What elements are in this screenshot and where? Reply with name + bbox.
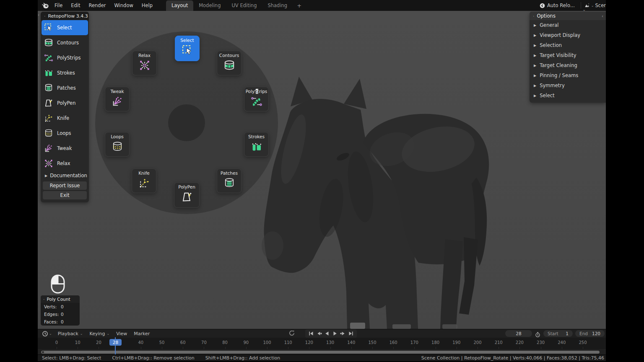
timeline-menu-marker[interactable]: Marker [130,331,153,336]
play-reverse-button[interactable] [324,331,330,336]
ruler-tick-80: 80 [222,340,228,345]
menu-help[interactable]: Help [138,0,157,11]
pie-item-strokes[interactable]: Strokes [244,132,269,157]
menu-window[interactable]: Window [110,0,137,11]
menu-edit[interactable]: Edit [67,0,84,11]
retopoflow-panel-header[interactable]: · RetopoFlow 3.4.3 [41,12,89,20]
current-frame-badge[interactable]: 28 [109,339,122,346]
pie-item-label: Contours [219,52,239,58]
play-reverse-icon [324,331,330,336]
options-item-symmetry[interactable]: ▶Symmetry [530,80,606,90]
sidebar-tool-polypen[interactable]: PolyPen [42,96,88,111]
keymap-hint: Shift+LMB+Drag:: Add selection [205,355,280,361]
timeline-menu-view[interactable]: View [113,331,130,336]
sidebar-tool-patches[interactable]: Patches [42,80,88,96]
timeline-menus: Playback⌄Keying⌄ViewMarker [55,331,153,336]
sidebar-tool-polystrips[interactable]: PolyStrips [42,50,88,65]
pie-item-tweak[interactable]: Tweak [105,87,130,111]
region-expand-arrow-top[interactable]: › [38,13,39,17]
editor-type-button[interactable]: ⌄ [38,331,55,337]
panel-collapse-icon[interactable]: ‹ [602,14,603,18]
frame-start-field[interactable]: Start 1 [543,330,573,337]
auto-reload-button[interactable]: Auto Relo... [536,3,578,8]
options-header[interactable]: · Options ‹ [530,12,606,20]
ruler-tick-130: 130 [326,340,334,345]
poly-count-header[interactable]: · Poly Count [41,295,80,303]
sidebar-tool-knife[interactable]: Knife [42,111,88,126]
sidebar-tool-tweak[interactable]: Tweak [42,141,88,156]
pie-item-label: PolyPen [178,184,195,190]
options-item-viewport-display[interactable]: ▶Viewport Display [530,30,606,40]
exit-button[interactable]: Exit [43,191,87,199]
tab-shading[interactable]: Shading [262,0,293,11]
documentation-row[interactable]: ▶ Documentation [41,171,89,180]
options-item-select[interactable]: ▶Select [530,90,606,101]
ruler-tick-250: 250 [579,340,587,345]
jump-start-button[interactable] [308,331,314,336]
ruler-tick-mark [99,347,99,349]
tab-uv-editing[interactable]: UV Editing [226,0,262,11]
menu-render[interactable]: Render [85,0,110,11]
ruler-tick-10: 10 [75,340,80,345]
prev-keyframe-button[interactable] [316,331,322,336]
scene-selector[interactable]: ⌄ Scer [584,3,606,8]
contours-icon [44,38,54,48]
scrollbar-thumb[interactable] [41,351,600,354]
play-forward-button[interactable] [332,331,338,336]
blender-window: FileEditRenderWindowHelp LayoutModelingU… [38,0,606,361]
timeline-menu-playback[interactable]: Playback⌄ [55,331,86,336]
timeline-ruler[interactable]: 28 0102040506070809010011012013014015016… [38,338,606,349]
menu-file[interactable]: File [50,0,67,11]
triangle-right-icon: ▶ [534,64,536,67]
sidebar-tool-relax[interactable]: Relax [42,156,88,171]
ruler-tick-60: 60 [180,340,186,345]
options-item-label: Viewport Display [540,32,580,38]
ruler-tick-150: 150 [368,340,376,345]
triangle-right-icon: ▶ [534,94,536,98]
sidebar-tool-strokes[interactable]: Strokes [42,65,88,80]
next-keyframe-button[interactable] [340,331,346,336]
relax-icon [138,59,151,72]
current-frame-field[interactable]: 28 [505,330,532,337]
frame-end-field[interactable]: End 120 [575,330,605,337]
tab-layout[interactable]: Layout [166,0,193,11]
jump-end-button[interactable] [348,331,354,336]
add-workspace-button[interactable]: + [293,3,306,9]
pie-item-contours[interactable]: Contours [217,51,242,75]
playback-sync-button[interactable] [288,330,295,336]
pie-item-patches[interactable]: Patches [217,168,242,193]
pie-item-knife[interactable]: Knife [132,168,156,193]
sidebar-tool-contours[interactable]: Contours [42,35,88,50]
ruler-tick-mark [478,347,478,349]
timeline-menu-keying[interactable]: Keying⌄ [86,331,113,336]
poly-count-value: 0 [61,312,64,317]
triangle-right-icon: ▶ [45,174,47,178]
start-label: Start [548,331,558,336]
tool-label: Tweak [57,145,72,151]
pie-item-loops[interactable]: Loops [105,132,130,157]
tab-modeling[interactable]: Modeling [193,0,226,11]
pie-item-polypen[interactable]: PolyPen [174,182,200,208]
tool-label: Patches [57,85,76,91]
chevron-down-icon: ⌄ [106,332,109,336]
ruler-tick-mark [162,347,162,349]
region-collapse-chevron[interactable]: ⌄ [582,7,586,12]
options-item-target-cleaning[interactable]: ▶Target Cleaning [530,60,606,70]
blender-logo-icon[interactable] [40,2,50,9]
timeline-scrollbar[interactable] [41,351,600,354]
options-item-general[interactable]: ▶General [530,20,606,30]
pie-item-polystrips[interactable]: PolyStrips [244,87,269,111]
pie-item-select[interactable]: Select [175,36,200,61]
report-issue-button[interactable]: Report Issue [43,181,87,190]
pie-item-relax[interactable]: Relax [132,51,157,75]
options-item-target-visibility[interactable]: ▶Target Visibility [530,50,606,60]
sidebar-tool-select[interactable]: Select [42,20,88,35]
screenshot-stage: FileEditRenderWindowHelp LayoutModelingU… [0,0,644,362]
polypen-icon [44,98,54,108]
options-item-pinning-seams[interactable]: ▶Pinning / Seams [530,70,606,80]
clock-icon [42,331,48,337]
tool-label: Loops [57,130,71,136]
sidebar-tool-loops[interactable]: Loops [42,126,88,141]
options-item-selection[interactable]: ▶Selection [530,40,606,50]
tweak-icon [111,95,124,108]
